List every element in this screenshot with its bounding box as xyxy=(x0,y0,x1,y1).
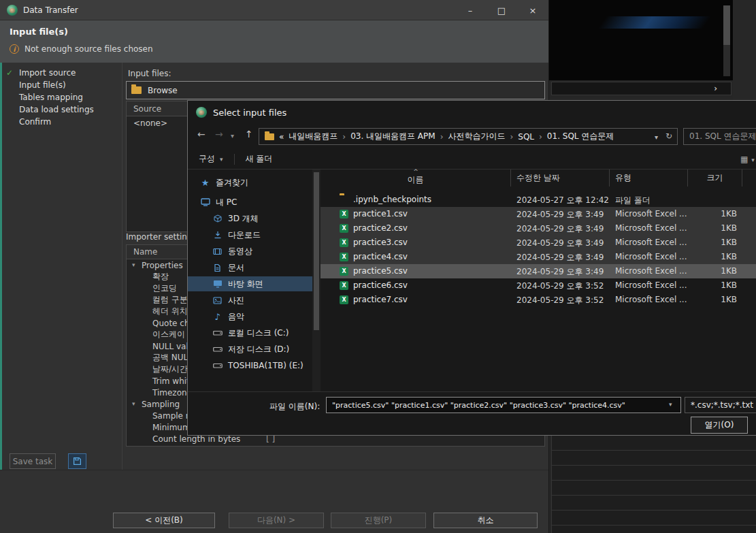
organize-button[interactable]: 구성 xyxy=(199,153,215,165)
browse-button[interactable]: Browse xyxy=(126,81,545,99)
breadcrumb-item[interactable]: SQL xyxy=(518,132,534,142)
next-button[interactable]: 다음(N) > xyxy=(229,513,324,528)
back-button[interactable]: < 이전(B) xyxy=(113,513,215,528)
cancel-button[interactable]: 취소 xyxy=(433,513,538,528)
sidebar-label: 3D 개체 xyxy=(228,213,259,225)
cell-value: <none> xyxy=(133,118,167,128)
excel-icon: X xyxy=(340,267,348,276)
breadcrumb-collapsed[interactable]: « xyxy=(279,132,284,142)
up-nav-button[interactable]: ↑ xyxy=(245,129,253,139)
tree-label: 헤더 위치 xyxy=(152,306,188,317)
tree-label: Sampling xyxy=(142,400,180,409)
sidebar-item-documents[interactable]: 문서 xyxy=(188,260,312,275)
step-import-source[interactable]: ✓ Import source xyxy=(0,67,122,79)
tree-label: 확장 xyxy=(152,271,169,282)
filename-input[interactable] xyxy=(326,397,681,413)
sidebar-item-local-disk-c[interactable]: 로컬 디스크 (C:) xyxy=(188,325,312,340)
excel-icon: X xyxy=(340,253,348,261)
file-row[interactable]: X practice1.csv 2024-05-29 오후 3:49 Micro… xyxy=(321,207,756,221)
sort-ascending-icon: ^ xyxy=(321,168,511,175)
button-label: Save task xyxy=(13,457,53,466)
search-input[interactable] xyxy=(683,128,756,145)
proceed-button[interactable]: 진행(P) xyxy=(331,513,426,528)
excel-icon: X xyxy=(340,224,348,233)
file-row[interactable]: X practice7.csv 2024-05-29 오후 3:52 Micro… xyxy=(321,293,756,307)
file-row[interactable]: X practice4.csv 2024-05-29 오후 3:49 Micro… xyxy=(321,250,756,264)
sidebar-label: 문서 xyxy=(228,262,244,274)
recent-locations-dropdown[interactable]: ▾ xyxy=(231,131,234,141)
document-icon xyxy=(212,263,223,272)
sidebar-item-this-pc[interactable]: 내 PC xyxy=(188,195,312,210)
breadcrumb-item[interactable]: 사전학습가이드 xyxy=(448,131,505,142)
sidebar-item-videos[interactable]: 동영상 xyxy=(188,244,312,259)
step-data-load-settings[interactable]: Data load settings xyxy=(0,103,122,116)
breadcrumb-item[interactable]: 내일배움캠프 xyxy=(289,131,338,142)
new-folder-button[interactable]: 새 폴더 xyxy=(246,153,273,165)
places-sidebar: ★ 즐겨찾기 내 PC 3D 개체 다운로드 동영상 xyxy=(188,169,312,391)
file-row[interactable]: X practice6.csv 2024-05-29 오후 3:52 Micro… xyxy=(321,278,756,293)
chevron-down-icon[interactable]: ▾ xyxy=(132,261,135,268)
star-icon: ★ xyxy=(200,178,210,187)
column-header-name[interactable]: ^ 이름 xyxy=(321,169,511,187)
sidebar-item-quick-access[interactable]: ★ 즐겨찾기 xyxy=(188,175,312,190)
titlebar[interactable]: Data Transfer – □ × xyxy=(0,0,548,20)
sidebar-item-downloads[interactable]: 다운로드 xyxy=(188,227,312,242)
chevron-down-icon[interactable]: ▾ xyxy=(669,401,672,408)
sidebar-item-3d-objects[interactable]: 3D 개체 xyxy=(188,211,312,226)
view-options[interactable]: ▦ ▾ xyxy=(740,155,755,164)
back-nav-button[interactable]: ← xyxy=(197,129,206,139)
editor-scrollbar[interactable] xyxy=(723,5,730,76)
collapsed-panel-row[interactable]: › xyxy=(551,82,732,95)
dialog-titlebar[interactable]: Select input files xyxy=(188,101,756,124)
breadcrumb-item[interactable]: 03. 내일배움캠프 APM xyxy=(350,131,435,142)
scrollbar-thumb[interactable] xyxy=(314,172,319,330)
open-button[interactable]: 열기(O) xyxy=(691,417,748,434)
address-dropdown[interactable]: ▾ xyxy=(655,133,658,141)
close-button[interactable]: × xyxy=(517,0,548,20)
filetype-select[interactable]: *.csv;*.tsv;*.txt xyxy=(685,397,756,413)
save-task-icon-button[interactable] xyxy=(68,453,86,469)
column-header-size[interactable]: 크기 xyxy=(688,169,742,187)
step-input-files[interactable]: Input file(s) xyxy=(0,79,122,91)
save-task-button[interactable]: Save task xyxy=(10,453,56,469)
sidebar-item-pictures[interactable]: 사진 xyxy=(188,293,312,308)
tree-label: 날짜/시간 xyxy=(152,364,188,375)
scrollbar-thumb[interactable] xyxy=(723,5,730,45)
excel-icon: X xyxy=(340,210,348,219)
chevron-right-icon: › xyxy=(539,132,542,142)
warning-icon: i xyxy=(10,44,19,54)
page-title: Input file(s) xyxy=(10,27,68,37)
refresh-icon[interactable]: ↻ xyxy=(665,131,672,141)
file-row[interactable]: X practice2.csv 2024-05-29 오후 3:49 Micro… xyxy=(321,221,756,236)
sidebar-item-music[interactable]: ♪ 음악 xyxy=(188,309,312,324)
breadcrumb-item[interactable]: 01. SQL 연습문제 xyxy=(547,131,614,142)
music-note-icon: ♪ xyxy=(212,312,223,321)
excel-icon: X xyxy=(340,281,348,290)
column-header-date[interactable]: 수정한 날짜 xyxy=(511,169,610,187)
file-row[interactable]: .ipynb_checkpoints 2024-05-27 오후 12:42 파… xyxy=(321,193,756,207)
file-row[interactable]: X practice3.csv 2024-05-29 오후 3:49 Micro… xyxy=(321,236,756,250)
sidebar-scrollbar[interactable] xyxy=(312,169,321,391)
minimize-button[interactable]: – xyxy=(455,0,486,20)
step-tables-mapping[interactable]: Tables mapping xyxy=(0,91,122,103)
maximize-button[interactable]: □ xyxy=(486,0,517,20)
editor-decoration xyxy=(593,16,716,29)
button-label: 취소 xyxy=(478,515,494,526)
sidebar-item-disk-d[interactable]: 저장 디스크 (D:) xyxy=(188,342,312,357)
select-input-files-dialog: Select input files ← → ▾ ↑ « 내일배움캠프 › 03… xyxy=(187,100,756,436)
file-row-selected[interactable]: X practice5.csv 2024-05-29 오후 3:49 Micro… xyxy=(321,264,756,278)
breadcrumb[interactable]: « 내일배움캠프 › 03. 내일배움캠프 APM › 사전학습가이드 › SQ… xyxy=(259,128,678,145)
dialog-toolbar: 구성 ▾ 새 폴더 ▦ ▾ xyxy=(188,149,756,169)
sidebar-item-toshiba-e[interactable]: TOSHIBA(1TB) (E:) xyxy=(188,358,312,373)
column-header-type[interactable]: 유형 xyxy=(610,169,688,187)
grid-view-icon[interactable]: ▦ xyxy=(740,155,748,164)
step-confirm[interactable]: Confirm xyxy=(0,116,122,128)
chevron-down-icon[interactable]: ▾ xyxy=(132,400,135,407)
forward-nav-button[interactable]: → xyxy=(215,129,223,139)
sidebar-item-desktop[interactable]: 바탕 화면 xyxy=(188,276,312,291)
chevron-right-icon[interactable]: › xyxy=(714,84,717,93)
sidebar-label: 동영상 xyxy=(228,246,252,257)
chevron-down-icon[interactable]: ▾ xyxy=(751,157,755,164)
button-label: 다음(N) > xyxy=(257,515,295,526)
sidebar-label: 저장 디스크 (D:) xyxy=(228,344,289,355)
